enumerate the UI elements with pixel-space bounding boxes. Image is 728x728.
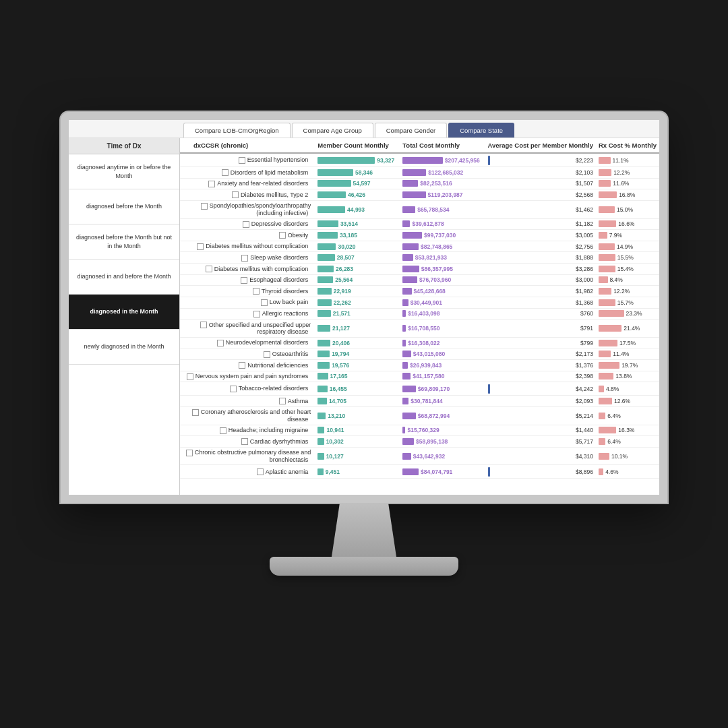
- row-expand-icon[interactable]: [230, 386, 237, 392]
- table-row: Cardiac dysrhythmias10,302$58,895,138$5,…: [180, 436, 659, 448]
- row-expand-icon[interactable]: [239, 362, 245, 369]
- sidebar-item-newly[interactable]: newly diagnosed in the Month: [69, 330, 179, 365]
- row-member-cell: 20,406: [315, 337, 400, 348]
- row-rx-cell: 11.6%: [596, 178, 659, 189]
- row-rx-cell: 15.0%: [596, 200, 659, 218]
- row-label-text: Allergic reactions: [262, 310, 311, 317]
- row-expand-icon[interactable]: [279, 232, 286, 239]
- row-avg-cell: $791: [485, 320, 596, 338]
- row-expand-icon[interactable]: [241, 255, 248, 262]
- table-row: Headache; including migraine10,941$15,76…: [180, 425, 659, 436]
- row-rx-cell: 7.9%: [596, 230, 659, 241]
- row-expand-icon[interactable]: [192, 409, 199, 416]
- row-expand-icon[interactable]: [201, 203, 208, 210]
- row-total-cell: $82,253,516: [400, 178, 485, 189]
- row-expand-icon[interactable]: [261, 299, 268, 306]
- row-avg-cell: $1,440: [485, 425, 596, 436]
- table-row: Coronary atherosclerosis and other heart…: [180, 406, 659, 425]
- row-expand-icon[interactable]: [239, 157, 245, 164]
- row-expand-icon[interactable]: [241, 438, 248, 445]
- table-row: Diabetes mellitus, Type 246,426$119,203,…: [180, 189, 659, 201]
- row-name-cell: Spondylopathies/spondyloarthropathy (inc…: [180, 200, 315, 218]
- table-row: Disorders of lipid metabolism58,346$122,…: [180, 167, 659, 179]
- row-member-cell: 14,705: [315, 396, 400, 407]
- col-header-total: Total Cost Monthly: [400, 138, 485, 153]
- row-expand-icon[interactable]: [253, 311, 260, 317]
- row-name-cell: Diabetes mellitus with complication: [180, 264, 315, 275]
- sidebar-item-anytime[interactable]: diagnosed anytime in or before the Month: [69, 154, 179, 189]
- row-label-text: Tobacco-related disorders: [239, 385, 311, 392]
- row-rx-cell: 19.7%: [596, 360, 659, 371]
- row-label-text: Essential hypertension: [247, 156, 311, 163]
- row-member-cell: 33,185: [315, 230, 400, 241]
- row-total-cell: $58,895,138: [400, 436, 485, 448]
- row-member-cell: 25,564: [315, 274, 400, 286]
- tab-gender[interactable]: Compare Gender: [375, 123, 447, 138]
- sidebar-item-before[interactable]: diagnosed before the Month: [69, 189, 179, 224]
- tab-lob[interactable]: Compare LOB-CmOrgRegion: [183, 123, 291, 138]
- row-expand-icon[interactable]: [253, 288, 260, 295]
- row-expand-icon[interactable]: [243, 221, 249, 228]
- row-total-cell: $16,708,550: [400, 320, 485, 338]
- row-total-cell: $39,612,878: [400, 218, 485, 230]
- row-expand-icon[interactable]: [232, 191, 239, 198]
- sidebar-item-in-and-before[interactable]: diagnosed in and before the Month: [69, 260, 179, 295]
- row-rx-cell: 12.6%: [596, 396, 659, 407]
- row-total-cell: $53,821,933: [400, 252, 485, 264]
- row-avg-cell: $2,103: [485, 167, 596, 179]
- row-name-cell: Nervous system pain and pain syndromes: [180, 371, 315, 382]
- row-expand-icon[interactable]: [200, 322, 207, 328]
- row-expand-icon[interactable]: [220, 427, 226, 434]
- row-member-cell: 10,127: [315, 447, 400, 465]
- tab-age[interactable]: Compare Age Group: [292, 123, 373, 138]
- table-area[interactable]: dxCCSR (chronic) Member Count Monthly To…: [180, 138, 659, 495]
- row-member-cell: 10,302: [315, 436, 400, 448]
- row-expand-icon[interactable]: [217, 340, 224, 346]
- row-name-cell: Asthma: [180, 396, 315, 407]
- row-avg-cell: $1,182: [485, 218, 596, 230]
- row-avg-cell: $3,005: [485, 230, 596, 241]
- col-header-name: dxCCSR (chronic): [180, 138, 315, 153]
- table-row: Asthma14,705$30,781,844$2,09312.6%: [180, 396, 659, 407]
- row-label-text: Asthma: [288, 398, 311, 404]
- row-avg-cell: $2,756: [485, 241, 596, 252]
- row-name-cell: Coronary atherosclerosis and other heart…: [180, 406, 315, 425]
- row-rx-cell: 21.4%: [596, 320, 659, 338]
- row-member-cell: 17,165: [315, 371, 400, 382]
- tab-state[interactable]: Compare State: [448, 123, 514, 138]
- row-expand-icon[interactable]: [222, 169, 229, 176]
- row-expand-icon[interactable]: [187, 373, 193, 380]
- tabs-row: Compare LOB-CmOrgRegion Compare Age Grou…: [69, 120, 659, 138]
- table-row: Esophageal disorders25,564$76,703,960$3,…: [180, 274, 659, 286]
- row-expand-icon[interactable]: [186, 450, 193, 456]
- row-rx-cell: 15.4%: [596, 264, 659, 275]
- row-avg-cell: $1,368: [485, 297, 596, 308]
- table-row: Essential hypertension93,327$207,425,956…: [180, 153, 659, 167]
- row-total-cell: $43,642,932: [400, 447, 485, 465]
- row-expand-icon[interactable]: [264, 351, 270, 358]
- row-name-cell: Disorders of lipid metabolism: [180, 167, 315, 179]
- row-expand-icon[interactable]: [241, 277, 247, 284]
- sidebar-item-in-month[interactable]: diagnosed in the Month: [69, 295, 179, 330]
- row-expand-icon[interactable]: [279, 398, 286, 404]
- row-label-text: Anxiety and fear-related disorders: [217, 180, 311, 187]
- row-name-cell: Neurodevelopmental disorders: [180, 337, 315, 348]
- row-label-text: Obesity: [288, 232, 311, 239]
- row-member-cell: 54,597: [315, 178, 400, 189]
- row-total-cell: $45,428,668: [400, 286, 485, 297]
- row-member-cell: 44,993: [315, 200, 400, 218]
- row-rx-cell: 11.1%: [596, 153, 659, 167]
- row-avg-cell: $2,173: [485, 348, 596, 360]
- row-expand-icon[interactable]: [257, 468, 264, 475]
- row-expand-icon[interactable]: [208, 181, 215, 187]
- row-total-cell: $68,872,994: [400, 406, 485, 425]
- row-member-cell: 93,327: [315, 153, 400, 167]
- row-expand-icon[interactable]: [197, 243, 204, 250]
- row-avg-cell: $1,462: [485, 200, 596, 218]
- row-name-cell: Depressive disorders: [180, 218, 315, 230]
- row-expand-icon[interactable]: [206, 266, 212, 272]
- row-member-cell: 22,262: [315, 297, 400, 308]
- row-label-text: Sleep wake disorders: [250, 254, 311, 261]
- sidebar-item-before-not[interactable]: diagnosed before the Month but not in th…: [69, 224, 179, 260]
- table-row: Low back pain22,262$30,449,901$1,36815.7…: [180, 297, 659, 308]
